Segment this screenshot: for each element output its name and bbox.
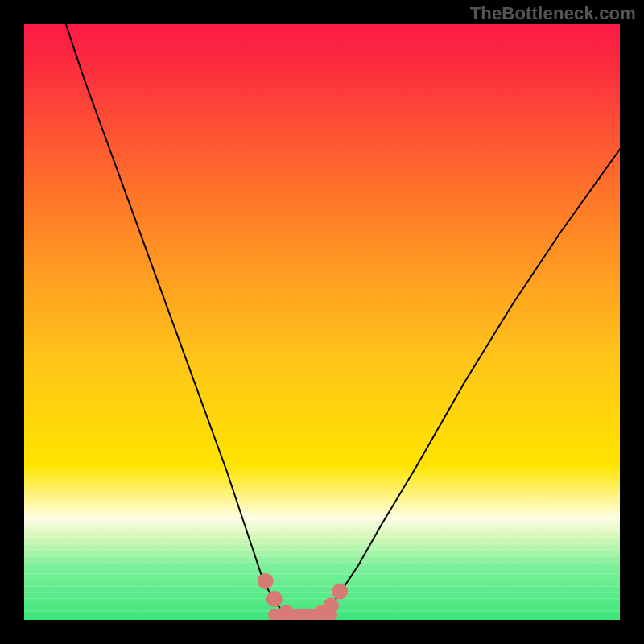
- svg-point-26: [332, 584, 348, 600]
- chart-area: [24, 24, 620, 620]
- svg-rect-0: [24, 24, 620, 620]
- svg-point-20: [266, 591, 283, 607]
- svg-point-19: [258, 573, 274, 589]
- watermark-text: TheBottleneck.com: [470, 3, 636, 24]
- chart-svg: [24, 24, 620, 620]
- svg-point-25: [323, 597, 339, 613]
